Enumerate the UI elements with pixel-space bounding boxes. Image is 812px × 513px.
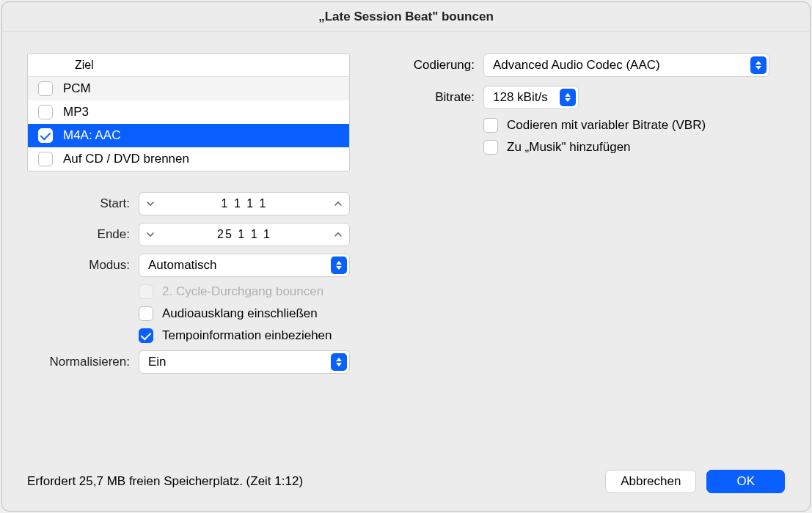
encoding-label: Codierung: [394,58,475,73]
destination-item-pcm[interactable]: PCM [28,77,349,100]
start-label: Start: [27,196,130,211]
encoding-row: Codierung: Advanced Audio Codec (AAC) [394,53,785,77]
start-row: Start: 1 1 1 1 [27,192,350,215]
mode-dropdown[interactable]: Automatisch [139,254,350,277]
disk-space-status: Erfordert 25,7 MB freien Speicherplatz. … [27,474,595,489]
dropdown-caret-icon [331,353,347,371]
destination-list-body: PCM MP3 M4A: AAC Auf CD / DVD brennen [28,77,349,171]
normalize-dropdown[interactable]: Ein [139,350,350,374]
normalize-label: Normalisieren: [27,355,130,369]
bitrate-dropdown[interactable]: 128 kBit/s [483,86,579,109]
destination-label-cd: Auf CD / DVD brennen [63,152,189,166]
destination-label-m4a: M4A: AAC [63,128,120,143]
tempo-info-row[interactable]: Tempoinformation einbeziehen [139,328,350,343]
mode-label: Modus: [27,258,130,273]
audio-tail-row[interactable]: Audioausklang einschließen [139,306,350,321]
tempo-info-checkbox[interactable] [139,328,153,343]
destination-label-mp3: MP3 [63,105,89,119]
start-increment[interactable] [327,193,349,215]
second-cycle-row: 2. Cycle-Durchgang bouncen [139,284,350,299]
second-cycle-label: 2. Cycle-Durchgang bouncen [162,284,323,299]
encoding-value: Advanced Audio Codec (AAC) [493,58,750,73]
right-column: Codierung: Advanced Audio Codec (AAC) Bi… [394,53,785,455]
end-stepper[interactable]: 25 1 1 1 [139,223,350,246]
start-stepper[interactable]: 1 1 1 1 [139,192,350,215]
bitrate-value: 128 kBit/s [493,90,560,105]
mode-row: Modus: Automatisch [27,254,350,277]
bounce-dialog: „Late Session Beat" bouncen Ziel PCM MP3 [1,1,811,512]
dropdown-caret-icon [331,256,347,274]
audio-tail-checkbox[interactable] [139,306,153,321]
vbr-label: Codieren mit variabler Bitrate (VBR) [507,118,706,133]
vbr-row[interactable]: Codieren mit variabler Bitrate (VBR) [483,118,785,133]
dialog-title: „Late Session Beat" bouncen [2,2,810,32]
end-value[interactable]: 25 1 1 1 [161,228,327,241]
dropdown-caret-icon [750,56,767,74]
dropdown-caret-icon [560,89,576,106]
add-music-label: Zu „Musik" hinzufügen [507,140,631,155]
audio-tail-label: Audioausklang einschließen [162,306,318,321]
chevron-up-icon [334,230,343,239]
dialog-content: Ziel PCM MP3 M4A: AAC [2,32,810,470]
destination-checkbox-cd[interactable] [38,152,53,166]
destination-item-m4a[interactable]: M4A: AAC [28,124,349,147]
destination-checkbox-m4a[interactable] [38,128,53,143]
destination-label-pcm: PCM [63,81,91,96]
left-column: Ziel PCM MP3 M4A: AAC [27,53,350,455]
end-row: Ende: 25 1 1 1 [27,223,350,246]
ok-button[interactable]: OK [706,470,785,493]
destination-checkbox-pcm[interactable] [38,81,53,96]
normalize-value: Ein [148,355,331,369]
bitrate-label: Bitrate: [394,90,475,105]
end-increment[interactable] [327,224,349,246]
destination-header[interactable]: Ziel [28,54,349,77]
chevron-down-icon [146,199,155,208]
vbr-checkbox[interactable] [483,118,498,133]
end-decrement[interactable] [139,224,161,246]
chevron-down-icon [146,230,155,239]
end-label: Ende: [27,227,130,242]
destination-item-mp3[interactable]: MP3 [28,100,349,124]
chevron-up-icon [334,199,343,208]
destination-item-cd[interactable]: Auf CD / DVD brennen [28,147,349,171]
encoding-dropdown[interactable]: Advanced Audio Codec (AAC) [483,53,769,77]
destination-list: Ziel PCM MP3 M4A: AAC [27,53,350,171]
tempo-info-label: Tempoinformation einbeziehen [162,328,332,343]
second-cycle-checkbox [139,284,153,299]
dialog-footer: Erfordert 25,7 MB freien Speicherplatz. … [2,470,810,511]
cancel-button[interactable]: Abbrechen [605,470,696,493]
bitrate-row: Bitrate: 128 kBit/s [394,86,785,109]
left-form-area: Start: 1 1 1 1 Ende: [27,192,350,374]
start-value[interactable]: 1 1 1 1 [161,197,327,210]
mode-value: Automatisch [148,258,331,273]
add-music-checkbox[interactable] [483,140,498,155]
destination-checkbox-mp3[interactable] [38,105,53,119]
normalize-row: Normalisieren: Ein [27,350,350,374]
start-decrement[interactable] [139,193,161,215]
add-music-row[interactable]: Zu „Musik" hinzufügen [483,140,785,155]
